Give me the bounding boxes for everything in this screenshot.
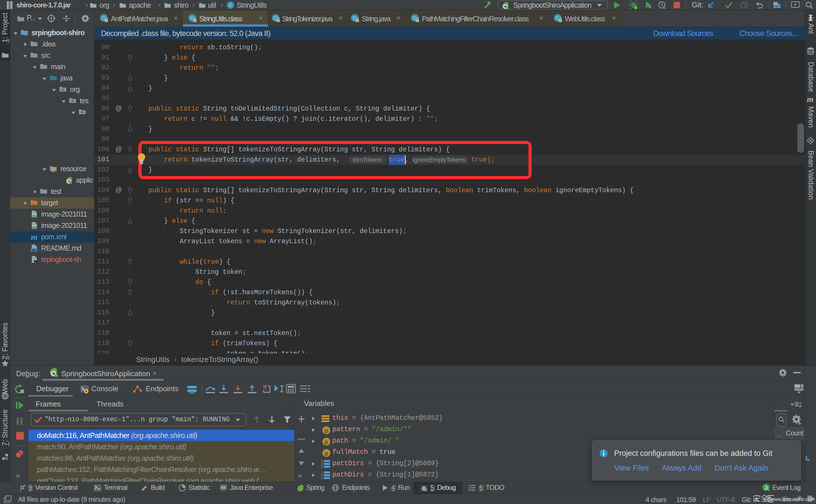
svg-text:p: p [325,439,328,445]
svg-text:C: C [229,3,232,8]
svg-text:p: p [325,427,328,434]
svg-text:m: m [31,233,37,241]
svg-text:3: 3 [321,465,323,468]
svg-text:2: 2 [799,401,801,408]
svg-text:3: 3 [764,484,768,491]
svg-text:3: 3 [321,477,323,480]
svg-text:p: p [325,450,328,456]
svg-text:MD: MD [31,248,36,252]
svg-text:EE: EE [221,486,226,490]
